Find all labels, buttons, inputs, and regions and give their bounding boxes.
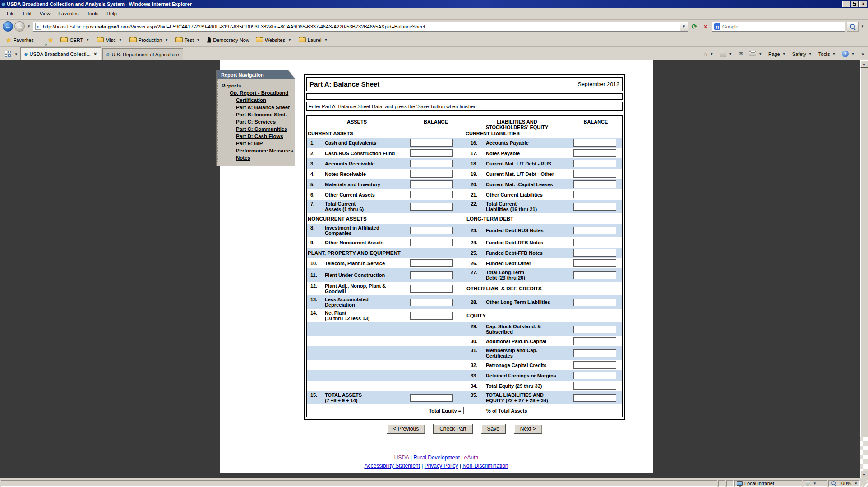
zoom-control-pane[interactable]: 100% ▼ (828, 480, 860, 487)
menu-view[interactable]: View (36, 9, 55, 18)
balance-input-24[interactable] (573, 239, 616, 246)
menu-favorites[interactable]: Favorites (54, 9, 83, 18)
favorites-item-democracy-now[interactable]: Democracy Now (205, 36, 252, 44)
close-button[interactable]: × (859, 1, 867, 7)
scroll-up-icon[interactable]: ▲ (860, 60, 868, 68)
nav-link-part-c-services[interactable]: Part C: Services (218, 118, 294, 125)
balance-input-34[interactable] (573, 382, 616, 390)
nav-link-part-c-communities[interactable]: Part C: Communities (218, 125, 294, 133)
menu-tools[interactable]: Tools (83, 9, 103, 18)
browser-tab-2[interactable]: eU.S. Department of Agriculture (102, 48, 183, 60)
search-dropdown-icon[interactable]: ▼ (860, 24, 865, 28)
footer-link-privacy-policy[interactable]: Privacy Policy (425, 463, 458, 469)
url-text[interactable]: http://bcas.test.sc.egov.usda.gov/Form/V… (43, 24, 680, 29)
nav-link-op-report-broadband[interactable]: Op. Report - Broadband (218, 89, 294, 96)
balance-input-26[interactable] (573, 259, 616, 267)
refresh-button[interactable]: ⟳ (689, 21, 699, 32)
favorites-item-production[interactable]: Production▼ (127, 36, 172, 44)
scrollbar-thumb[interactable] (860, 68, 868, 437)
balance-input-8[interactable] (410, 227, 453, 234)
balance-input-14[interactable] (410, 312, 453, 320)
balance-input-16[interactable] (573, 139, 616, 147)
balance-input-13[interactable] (410, 299, 453, 306)
nav-link-part-e-bip-performance-measures[interactable]: Part E: BIP Performance Measures (218, 140, 294, 154)
nav-link-part-b-income-stmt[interactable]: Part B: Income Stmt. (218, 111, 294, 118)
balance-input-33[interactable] (573, 372, 616, 379)
balance-input-3[interactable] (410, 160, 453, 167)
search-button[interactable] (847, 22, 859, 32)
search-input[interactable] (722, 24, 845, 29)
balance-input-5[interactable] (410, 180, 453, 188)
history-dropdown-icon[interactable]: ▼ (26, 24, 32, 28)
menu-file[interactable]: File (3, 9, 19, 18)
check-part-button[interactable]: Check Part (433, 424, 472, 434)
balance-input-17[interactable] (573, 149, 616, 157)
save-button[interactable]: Save (481, 424, 506, 434)
page-menu-button[interactable]: Page▼ (767, 51, 788, 58)
balance-input-35[interactable] (573, 394, 616, 402)
balance-input-6[interactable] (410, 191, 453, 198)
balance-input-30[interactable] (573, 337, 616, 345)
nav-link-part-d-cash-flows[interactable]: Part D: Cash Flows (218, 133, 294, 140)
total-equity-input[interactable] (463, 407, 484, 414)
help-button[interactable]: ?▼ (840, 50, 857, 58)
protected-mode-pane[interactable]: ▼ (803, 480, 827, 487)
balance-input-20[interactable] (573, 180, 616, 188)
favorites-center-button[interactable]: ★ Favorites (4, 35, 36, 45)
menu-edit[interactable]: Edit (19, 9, 36, 18)
browser-tab-1[interactable]: eUSDA Broadband Collecti...× (20, 47, 101, 60)
balance-input-11[interactable] (410, 271, 453, 279)
scroll-down-icon[interactable]: ▼ (860, 471, 868, 478)
balance-input-27[interactable] (573, 271, 616, 279)
add-favorite-button[interactable]: ★ (46, 35, 56, 45)
nav-link-part-a-balance-sheet[interactable]: Part A: Balance Sheet (218, 104, 294, 111)
next-button[interactable]: Next > (514, 424, 542, 434)
favorites-item-laurel[interactable]: Laurel▼ (296, 36, 331, 44)
footer-link-eauth[interactable]: eAuth (464, 455, 478, 461)
url-field[interactable]: e http://bcas.test.sc.egov.usda.gov/Form… (33, 22, 688, 32)
balance-input-22[interactable] (573, 203, 616, 211)
balance-input-31[interactable] (573, 349, 616, 357)
quick-tabs-button[interactable] (2, 48, 14, 59)
vertical-scrollbar[interactable]: ▲ ▼ (860, 60, 868, 478)
nav-link-certification[interactable]: Certification (218, 96, 294, 104)
favorites-item-websites[interactable]: Websites▼ (254, 36, 295, 44)
previous-button[interactable]: < Previous (387, 424, 425, 434)
nav-link-notes[interactable]: Notes (218, 154, 294, 161)
balance-input-32[interactable] (573, 361, 616, 369)
footer-link-rural-development[interactable]: Rural Development (413, 455, 460, 461)
stop-button[interactable]: × (701, 21, 711, 32)
balance-input-9[interactable] (410, 239, 453, 246)
balance-input-28[interactable] (573, 299, 616, 306)
url-dropdown-button[interactable]: ▼ (680, 22, 688, 31)
balance-input-4[interactable] (410, 170, 453, 178)
favorites-item-cert[interactable]: CERT▼ (58, 36, 92, 44)
resize-grip[interactable] (861, 480, 868, 487)
balance-input-7[interactable] (410, 203, 453, 211)
footer-link-non-discrimination[interactable]: Non-Discrimination (462, 463, 508, 469)
toolbar-overflow-icon[interactable]: » (859, 51, 866, 57)
restore-button[interactable] (851, 1, 859, 7)
tools-menu-button[interactable]: Tools▼ (817, 51, 838, 58)
balance-input-18[interactable] (573, 160, 616, 167)
balance-input-10[interactable] (410, 259, 453, 267)
nav-link-reports[interactable]: Reports (218, 82, 294, 89)
balance-input-12[interactable] (410, 285, 453, 293)
print-button[interactable]: ▼ (748, 51, 764, 57)
balance-input-2[interactable] (410, 149, 453, 157)
minimize-button[interactable]: _ (842, 1, 850, 7)
back-button[interactable]: ← (3, 21, 13, 32)
balance-input-1[interactable] (410, 139, 453, 147)
search-box[interactable]: g (712, 22, 845, 32)
balance-input-15[interactable] (410, 394, 453, 402)
safety-menu-button[interactable]: Safety▼ (791, 51, 814, 58)
read-mail-button[interactable]: ✉ (737, 50, 745, 58)
balance-input-21[interactable] (573, 191, 616, 198)
home-button[interactable]: ⌂▼ (702, 50, 716, 58)
footer-link-accessibility-statement[interactable]: Accessibility Statement (364, 463, 420, 469)
forward-button[interactable]: → (14, 21, 25, 32)
menu-help[interactable]: Help (102, 9, 121, 18)
feeds-button[interactable]: ▼ (718, 50, 734, 58)
footer-link-usda[interactable]: USDA (394, 455, 409, 461)
balance-input-19[interactable] (573, 170, 616, 178)
